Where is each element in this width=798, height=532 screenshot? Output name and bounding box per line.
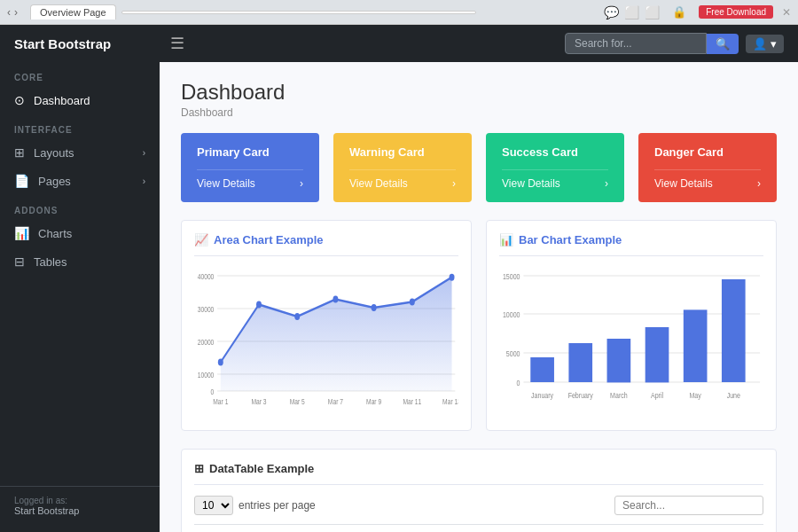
logged-in-label: Logged in as: bbox=[14, 496, 145, 505]
lock-icon: 🔒 bbox=[672, 5, 686, 19]
pages-icon: 📄 bbox=[14, 174, 29, 188]
primary-card[interactable]: Primary Card View Details › bbox=[181, 133, 319, 202]
browser-bar: ‹ › Overview Page 💬 ⬜ ⬜ 🔒 Free Download … bbox=[0, 0, 798, 25]
sidebar-item-layouts[interactable]: ⊞ Layouts › bbox=[0, 138, 160, 167]
datatable-title: ⊞ DataTable Example bbox=[194, 462, 763, 485]
svg-point-13 bbox=[294, 313, 300, 320]
address-bar[interactable] bbox=[121, 11, 476, 14]
bar-chart-svg: 15000 10000 5000 0 bbox=[499, 267, 763, 409]
comment-icon[interactable]: 💬 bbox=[604, 5, 619, 20]
col-name[interactable]: Name ⇕ bbox=[194, 525, 302, 533]
danger-card[interactable]: Danger Card View Details › bbox=[638, 133, 777, 202]
layouts-chevron-icon: › bbox=[143, 148, 145, 158]
svg-text:March: March bbox=[610, 391, 628, 400]
svg-rect-34 bbox=[568, 343, 592, 382]
navbar-right: 🔍 👤 ▾ bbox=[565, 33, 784, 54]
bar-chart-title: 📊 Bar Chart Example bbox=[499, 233, 763, 256]
bar-chart-card: 📊 Bar Chart Example 15000 10000 bbox=[486, 220, 777, 431]
success-card-link[interactable]: View Details › bbox=[502, 169, 608, 190]
svg-text:20000: 20000 bbox=[198, 338, 215, 347]
svg-rect-35 bbox=[607, 339, 631, 382]
svg-point-11 bbox=[218, 359, 223, 366]
svg-text:0: 0 bbox=[517, 379, 520, 387]
primary-card-link[interactable]: View Details › bbox=[197, 169, 303, 190]
col-salary[interactable]: Salary ⇕ bbox=[696, 525, 763, 533]
table-header: Name ⇕ Position ⇕ Office ⇕ Age ⇕ Start d… bbox=[194, 525, 763, 533]
bar-chart-area: 15000 10000 5000 0 bbox=[499, 267, 763, 418]
warning-card-link[interactable]: View Details › bbox=[349, 169, 456, 190]
col-office[interactable]: Office ⇕ bbox=[464, 525, 555, 533]
navbar-search: 🔍 bbox=[565, 33, 739, 54]
search-input[interactable] bbox=[565, 33, 707, 54]
sidebar-core-label: CORE bbox=[0, 62, 160, 86]
svg-marker-10 bbox=[221, 278, 452, 391]
main-layout: CORE ⊙ Dashboard INTERFACE ⊞ Layouts › 📄… bbox=[0, 62, 798, 532]
sidebar-layouts-label: Layouts bbox=[34, 146, 74, 160]
success-card[interactable]: Success Card View Details › bbox=[486, 133, 624, 202]
sidebar-charts-label: Charts bbox=[38, 227, 72, 240]
close-browser-button[interactable]: ✕ bbox=[782, 6, 791, 19]
user-menu[interactable]: 👤 ▾ bbox=[746, 35, 784, 53]
svg-text:10000: 10000 bbox=[198, 371, 215, 379]
user-icon: 👤 bbox=[753, 37, 767, 51]
area-chart-svg: 40000 30000 20000 10000 0 bbox=[194, 267, 458, 409]
primary-card-arrow: › bbox=[300, 177, 303, 190]
logged-in-user: Start Bootstrap bbox=[14, 505, 145, 516]
app: Start Bootstrap ☰ 🔍 👤 ▾ CORE ⊙ Dashboard… bbox=[0, 25, 798, 532]
free-download-button[interactable]: Free Download bbox=[699, 5, 773, 19]
navbar-brand[interactable]: Start Bootstrap bbox=[14, 36, 174, 51]
warning-card[interactable]: Warning Card View Details › bbox=[333, 133, 472, 202]
col-start-date[interactable]: Start date ⇕ bbox=[610, 525, 696, 533]
area-chart-icon: 📈 bbox=[194, 233, 208, 246]
primary-card-title: Primary Card bbox=[197, 145, 303, 159]
area-chart-area: 40000 30000 20000 10000 0 bbox=[194, 267, 458, 418]
sidebar-dashboard-label: Dashboard bbox=[34, 94, 90, 107]
window-icon[interactable]: ⬜ bbox=[624, 5, 639, 20]
sidebar-item-charts[interactable]: 📊 Charts bbox=[0, 219, 160, 247]
navbar-toggle-button[interactable]: ☰ bbox=[170, 34, 184, 53]
layouts-icon: ⊞ bbox=[14, 145, 25, 160]
svg-text:Mar 11: Mar 11 bbox=[403, 397, 421, 406]
svg-text:30000: 30000 bbox=[198, 305, 215, 314]
dashboard-icon: ⊙ bbox=[14, 93, 25, 107]
svg-text:5000: 5000 bbox=[506, 349, 520, 358]
pages-chevron-icon: › bbox=[143, 176, 145, 186]
svg-text:Mar 1: Mar 1 bbox=[213, 397, 229, 406]
danger-card-link[interactable]: View Details › bbox=[654, 169, 761, 190]
col-position[interactable]: Position ⇕ bbox=[302, 525, 464, 533]
warning-card-title: Warning Card bbox=[349, 145, 456, 159]
sidebar-item-dashboard[interactable]: ⊙ Dashboard bbox=[0, 86, 160, 114]
svg-text:May: May bbox=[689, 391, 701, 400]
svg-text:15000: 15000 bbox=[503, 272, 520, 281]
svg-rect-37 bbox=[684, 309, 708, 382]
main-content: Dashboard Dashboard Primary Card View De… bbox=[160, 62, 798, 532]
entries-select[interactable]: 10 25 50 bbox=[194, 496, 233, 515]
svg-point-16 bbox=[410, 299, 415, 306]
entries-label: entries per page bbox=[239, 499, 316, 512]
table-search bbox=[614, 496, 763, 515]
col-age[interactable]: Age ⇕ bbox=[555, 525, 610, 533]
svg-rect-33 bbox=[530, 357, 554, 382]
svg-text:10000: 10000 bbox=[503, 310, 520, 319]
sidebar-item-pages[interactable]: 📄 Pages › bbox=[0, 167, 160, 195]
svg-point-15 bbox=[372, 304, 377, 311]
expand-icon[interactable]: ⬜ bbox=[645, 5, 660, 20]
table-search-input[interactable] bbox=[614, 496, 763, 515]
svg-text:0: 0 bbox=[211, 387, 215, 396]
svg-text:April: April bbox=[651, 391, 663, 400]
sidebar-tables-label: Tables bbox=[34, 255, 67, 269]
sidebar-pages-label: Pages bbox=[38, 175, 71, 188]
table-controls: 10 25 50 entries per page bbox=[194, 496, 763, 515]
back-button[interactable]: ‹ bbox=[7, 6, 11, 19]
area-chart-card: 📈 Area Chart Example 40000 bbox=[181, 220, 472, 431]
datatable-card: ⊞ DataTable Example 10 25 50 entries per… bbox=[181, 449, 777, 532]
forward-button[interactable]: › bbox=[14, 6, 18, 19]
browser-nav[interactable]: ‹ › bbox=[7, 6, 18, 19]
browser-tab[interactable]: Overview Page bbox=[30, 4, 116, 20]
danger-card-arrow: › bbox=[757, 177, 761, 190]
sidebar-bottom: Logged in as: Start Bootstrap bbox=[0, 486, 160, 525]
search-button[interactable]: 🔍 bbox=[707, 34, 739, 54]
svg-text:Mar 13: Mar 13 bbox=[442, 397, 458, 406]
sidebar-item-tables[interactable]: ⊟ Tables bbox=[0, 247, 160, 276]
danger-card-title: Danger Card bbox=[654, 145, 761, 159]
